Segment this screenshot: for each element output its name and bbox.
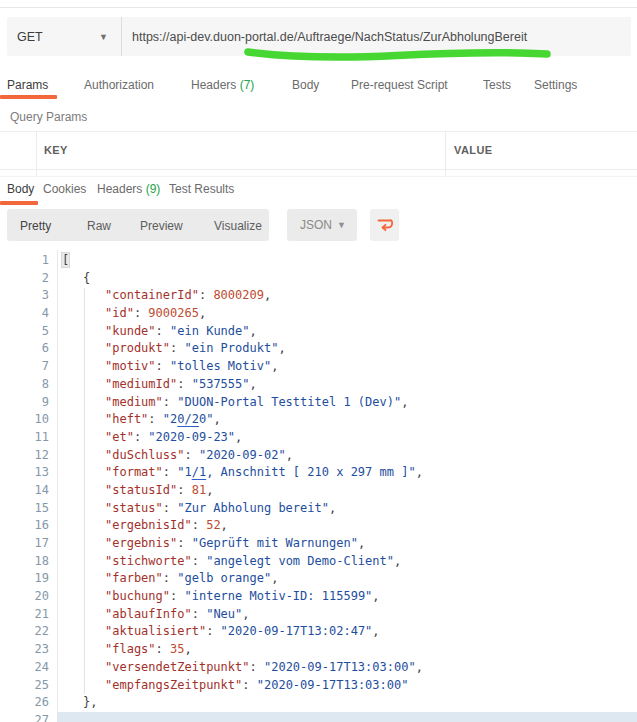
- wrap-text-icon: [376, 216, 394, 234]
- code-line-content: "id": 9000265,: [57, 305, 637, 323]
- code-line-content: {: [57, 270, 637, 288]
- code-line: 8"mediumId": "537555",: [0, 376, 637, 394]
- response-body-editor[interactable]: 1[2{3"containerId": 8000209,4"id": 90002…: [0, 252, 637, 722]
- code-line: 21"ablaufInfo": "Neu",: [0, 606, 637, 624]
- tab-label: Headers: [191, 78, 236, 92]
- chevron-down-icon: ▼: [99, 32, 108, 42]
- tab-label: Settings: [534, 78, 577, 92]
- response-view-mode-group: PrettyRawPreviewVisualize: [7, 209, 269, 241]
- table-column-divider: [445, 131, 446, 176]
- code-line: 6"produkt": "ein Produkt",: [0, 340, 637, 358]
- tab-label: Body: [292, 78, 319, 92]
- url-input[interactable]: https://api-dev.duon-portal.de/Auftraege…: [122, 30, 527, 44]
- code-line: 16"ergebnisId": 52,: [0, 517, 637, 535]
- code-line-content: "motiv": "tolles Motiv",: [57, 358, 637, 376]
- line-number: 2: [0, 270, 57, 288]
- line-number: 19: [0, 570, 57, 588]
- tab-pre-request-script[interactable]: Pre-request Script: [351, 78, 448, 92]
- line-number: 12: [0, 447, 57, 465]
- line-number: 9: [0, 394, 57, 412]
- top-divider: [0, 7, 637, 8]
- code-line: 20"buchung": "interne Motiv-ID: 115599",: [0, 588, 637, 606]
- tab-authorization[interactable]: Authorization: [84, 78, 154, 92]
- tab-body[interactable]: Body: [7, 182, 34, 196]
- code-line-content: "ablaufInfo": "Neu",: [57, 606, 637, 624]
- line-number: 22: [0, 623, 57, 641]
- tab-settings[interactable]: Settings: [534, 78, 577, 92]
- tab-cookies[interactable]: Cookies: [43, 182, 86, 196]
- code-line-content: "heft": "20/20",: [57, 411, 637, 429]
- tab-headers[interactable]: Headers (9): [97, 182, 160, 196]
- code-line: 26},: [0, 694, 637, 712]
- code-line-content: "ergebnis": "Geprüft mit Warnungen",: [57, 535, 637, 553]
- code-line: 5"kunde": "ein Kunde",: [0, 323, 637, 341]
- code-line: 15"status": "Zur Abholung bereit",: [0, 500, 637, 518]
- tab-label: Params: [7, 78, 48, 92]
- code-line: 2{: [0, 270, 637, 288]
- line-number: 18: [0, 553, 57, 571]
- tab-params[interactable]: Params: [7, 78, 48, 92]
- code-line-content: "statusId": 81,: [57, 482, 637, 500]
- code-line-content: "format": "1/1, Anschnitt [ 210 x 297 mm…: [57, 464, 637, 482]
- line-number: 11: [0, 429, 57, 447]
- code-line: 25"empfangsZeitpunkt": "2020-09-17T13:03…: [0, 677, 637, 695]
- code-line: 27: [0, 712, 637, 722]
- code-line-content: "buchung": "interne Motiv-ID: 115599",: [57, 588, 637, 606]
- line-number: 5: [0, 323, 57, 341]
- code-line-content: "versendetZeitpunkt": "2020-09-17T13:03:…: [57, 659, 637, 677]
- code-line-content: "ergebnisId": 52,: [57, 517, 637, 535]
- view-mode-preview[interactable]: Preview: [140, 219, 183, 233]
- line-number: 24: [0, 659, 57, 677]
- line-number: 21: [0, 606, 57, 624]
- code-line-content: "aktualisiert": "2020-09-17T13:02:47",: [57, 623, 637, 641]
- chevron-down-icon: ▼: [337, 220, 346, 230]
- code-line-content: "empfangsZeitpunkt": "2020-09-17T13:03:0…: [57, 677, 637, 695]
- tab-count-badge: (7): [236, 78, 254, 92]
- tab-test-results[interactable]: Test Results: [169, 182, 234, 196]
- line-number: 1: [0, 252, 57, 270]
- code-line-content: "mediumId": "537555",: [57, 376, 637, 394]
- tab-label: Authorization: [84, 78, 154, 92]
- code-line-content: "status": "Zur Abholung bereit",: [57, 500, 637, 518]
- line-number: 3: [0, 287, 57, 305]
- column-header-key: KEY: [44, 144, 68, 156]
- line-number: 14: [0, 482, 57, 500]
- code-line: 17"ergebnis": "Geprüft mit Warnungen",: [0, 535, 637, 553]
- code-line-content: [: [57, 252, 637, 270]
- method-dropdown[interactable]: GET ▼: [7, 17, 121, 56]
- line-number: 16: [0, 517, 57, 535]
- view-mode-pretty[interactable]: Pretty: [20, 219, 51, 233]
- code-line: 13"format": "1/1, Anschnitt [ 210 x 297 …: [0, 464, 637, 482]
- tab-body[interactable]: Body: [292, 78, 319, 92]
- tab-label: Headers: [97, 182, 142, 196]
- line-number: 23: [0, 641, 57, 659]
- code-line-content: [57, 712, 637, 722]
- line-number: 13: [0, 464, 57, 482]
- view-mode-raw[interactable]: Raw: [87, 219, 111, 233]
- wrap-text-button[interactable]: [370, 209, 399, 241]
- response-tabs: BodyCookiesHeaders (9)Test Results: [0, 176, 637, 204]
- code-line-content: "produkt": "ein Produkt",: [57, 340, 637, 358]
- tab-tests[interactable]: Tests: [483, 78, 511, 92]
- request-tabs: ParamsAuthorizationHeaders (7)BodyPre-re…: [0, 72, 637, 100]
- code-line-content: "kunde": "ein Kunde",: [57, 323, 637, 341]
- table-border: [0, 131, 637, 132]
- view-mode-visualize[interactable]: Visualize: [214, 219, 262, 233]
- tab-headers[interactable]: Headers (7): [191, 78, 254, 92]
- code-line-content: "duSchluss": "2020-09-02",: [57, 447, 637, 465]
- query-params-heading: Query Params: [10, 110, 87, 124]
- code-line: 1[: [0, 252, 637, 270]
- line-number: 25: [0, 677, 57, 695]
- line-number: 8: [0, 376, 57, 394]
- code-line-content: },: [57, 694, 637, 712]
- response-format-dropdown[interactable]: JSON ▼: [287, 209, 357, 241]
- tab-label: Tests: [483, 78, 511, 92]
- line-number: 15: [0, 500, 57, 518]
- code-line: 19"farben": "gelb orange",: [0, 570, 637, 588]
- code-line: 23"flags": 35,: [0, 641, 637, 659]
- tab-label: Test Results: [169, 182, 234, 196]
- code-line-content: "containerId": 8000209,: [57, 287, 637, 305]
- active-response-tab-underline: [0, 201, 38, 205]
- table-border: [0, 169, 637, 170]
- code-line: 3"containerId": 8000209,: [0, 287, 637, 305]
